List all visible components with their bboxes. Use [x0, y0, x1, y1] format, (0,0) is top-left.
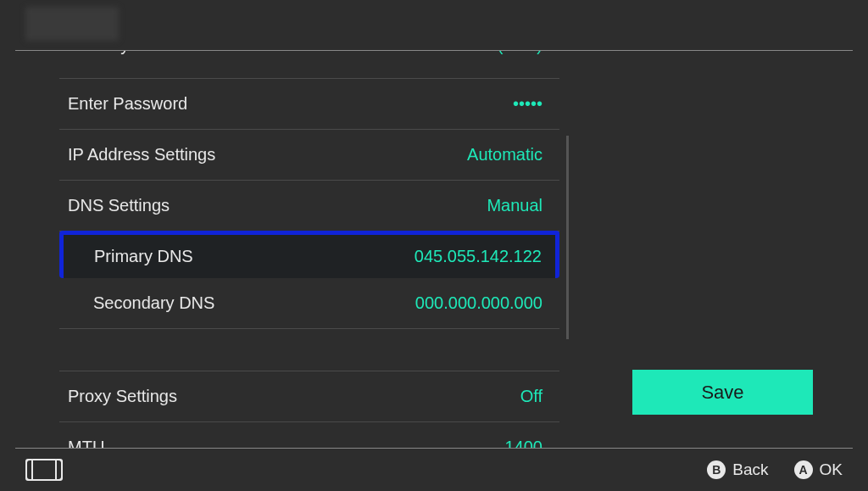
proxy-value: Off [520, 387, 542, 406]
scrollbar[interactable] [566, 136, 569, 339]
secondary-dns-value: 000.000.000.000 [415, 293, 542, 313]
primary-dns-value: 045.055.142.122 [415, 247, 542, 266]
back-hint[interactable]: B Back [707, 460, 768, 479]
setting-row-mtu[interactable]: MTU 1400 [59, 422, 559, 448]
password-value: ••••• [513, 94, 542, 114]
back-label: Back [732, 460, 768, 479]
b-button-icon: B [707, 460, 726, 479]
setting-row-primary-dns[interactable]: Primary DNS 045.055.142.122 [59, 231, 559, 278]
password-label: Enter Password [68, 94, 187, 114]
dns-value: Manual [487, 196, 542, 215]
bottom-bar: B Back A OK [0, 449, 868, 491]
dns-label: DNS Settings [68, 196, 170, 215]
setting-row-password[interactable]: Enter Password ••••• [59, 79, 559, 130]
setting-row-proxy[interactable]: Proxy Settings Off [59, 371, 559, 422]
proxy-label: Proxy Settings [68, 387, 177, 406]
setting-row-secondary-dns[interactable]: Secondary DNS 000.000.000.000 [59, 278, 559, 329]
a-button-icon: A [794, 460, 813, 479]
mtu-label: MTU [68, 438, 104, 448]
setting-spacer [59, 329, 559, 371]
mtu-value: 1400 [505, 438, 543, 448]
setting-row-dns[interactable]: DNS Settings Manual [59, 181, 559, 232]
header-title-blurred [25, 7, 119, 41]
primary-dns-label: Primary DNS [94, 247, 193, 266]
settings-list: Security WPA2-PSK (AES) Enter Password •… [59, 51, 559, 448]
ok-hint[interactable]: A OK [794, 460, 843, 479]
security-label: Security [68, 51, 129, 55]
button-hints: B Back A OK [707, 460, 843, 479]
ip-address-label: IP Address Settings [68, 145, 215, 165]
secondary-dns-label: Secondary DNS [93, 293, 214, 313]
ok-label: OK [820, 460, 843, 479]
setting-row-security[interactable]: Security WPA2-PSK (AES) [59, 51, 559, 79]
ip-address-value: Automatic [467, 145, 542, 165]
save-button[interactable]: Save [632, 370, 813, 415]
controller-icon [25, 459, 63, 481]
setting-row-ip-address[interactable]: IP Address Settings Automatic [59, 130, 559, 181]
security-value: WPA2-PSK (AES) [406, 51, 542, 55]
